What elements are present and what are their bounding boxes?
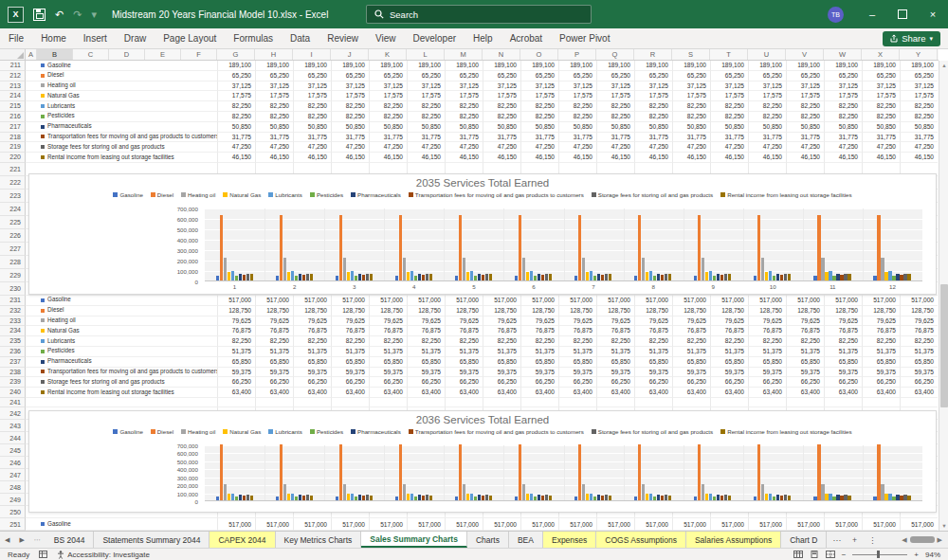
cell[interactable] [26, 316, 37, 327]
horizontal-scrollbar[interactable]: ◀ ▶ [902, 532, 948, 548]
cell[interactable]: 47,250 [596, 142, 634, 153]
column-header-H[interactable]: H [255, 49, 293, 60]
row-header-239[interactable]: 239 [0, 377, 26, 388]
cell[interactable]: 37,125 [293, 81, 331, 92]
cell[interactable]: 65,250 [558, 71, 596, 81]
cell[interactable] [26, 347, 37, 357]
cell[interactable]: 189,100 [862, 61, 900, 71]
cell[interactable]: 82,250 [596, 112, 634, 122]
cell[interactable]: 82,250 [369, 336, 407, 347]
cell[interactable]: 189,100 [672, 61, 710, 71]
cell[interactable] [520, 398, 558, 407]
cell[interactable]: 59,375 [331, 368, 369, 378]
cell[interactable]: 65,250 [634, 71, 672, 81]
cell[interactable]: 51,375 [862, 347, 900, 357]
row-label[interactable]: Transportation fees for moving oil and g… [37, 133, 217, 143]
cell[interactable] [26, 71, 37, 81]
cell[interactable]: 82,250 [445, 112, 483, 122]
column-header-J[interactable]: J [331, 49, 369, 60]
cell[interactable]: 82,250 [520, 112, 558, 122]
select-all-corner[interactable] [0, 49, 26, 60]
cell[interactable]: 50,850 [710, 122, 748, 133]
cell[interactable]: 17,575 [634, 91, 672, 101]
cell[interactable]: 59,375 [900, 368, 938, 378]
row-header-244[interactable]: 244 [0, 432, 26, 444]
cell[interactable]: 65,850 [520, 357, 558, 368]
cell[interactable]: 66,250 [862, 377, 900, 388]
cell[interactable]: 65,850 [255, 357, 293, 368]
cell[interactable]: 128,750 [407, 306, 445, 316]
sheet-tab-cogs-assumptions[interactable]: COGS Assumptions [596, 532, 686, 548]
redo-icon[interactable]: ↷ [73, 9, 82, 20]
cell[interactable]: 82,250 [520, 101, 558, 112]
cell[interactable]: 79,625 [596, 316, 634, 327]
cell[interactable]: 46,150 [710, 153, 748, 163]
cell[interactable]: 82,250 [672, 336, 710, 347]
cell[interactable]: 79,625 [407, 316, 445, 327]
cell[interactable]: 50,850 [748, 122, 786, 133]
cell[interactable]: 128,750 [786, 306, 824, 316]
cell[interactable]: 17,575 [483, 91, 520, 101]
row-header-241[interactable]: 241 [0, 398, 26, 407]
column-header-O[interactable]: O [520, 49, 558, 60]
cell[interactable]: 517,000 [483, 296, 520, 306]
cell[interactable]: 66,250 [407, 377, 445, 388]
cell[interactable]: 47,250 [672, 142, 710, 153]
cell[interactable]: 82,250 [748, 101, 786, 112]
cell[interactable]: 76,875 [748, 326, 786, 336]
row-header-212[interactable]: 212 [0, 71, 26, 81]
cell[interactable] [26, 112, 37, 122]
cell[interactable]: 63,400 [407, 388, 445, 398]
cell[interactable]: 128,750 [520, 306, 558, 316]
undo-icon[interactable]: ↶ [55, 9, 64, 20]
ribbon-tab-file[interactable]: File [0, 28, 32, 49]
cell[interactable]: 189,100 [900, 61, 938, 71]
cell[interactable]: 66,250 [369, 377, 407, 388]
row-label[interactable]: Rental income from leasing out storage f… [37, 388, 217, 398]
row-header-228[interactable]: 228 [0, 256, 26, 269]
cell[interactable]: 79,625 [862, 316, 900, 327]
cell[interactable]: 50,850 [293, 122, 331, 133]
cell[interactable] [445, 398, 483, 407]
cell[interactable]: 51,375 [483, 347, 520, 357]
column-header-M[interactable]: M [445, 49, 483, 60]
cell[interactable] [255, 398, 293, 407]
cell[interactable]: 517,000 [634, 518, 672, 531]
column-header-F[interactable]: F [181, 49, 217, 60]
cell[interactable]: 65,850 [824, 357, 862, 368]
cell[interactable]: 82,250 [634, 101, 672, 112]
cell[interactable]: 17,575 [596, 91, 634, 101]
cell[interactable]: 17,575 [445, 91, 483, 101]
cell[interactable]: 76,875 [824, 326, 862, 336]
row-header-247[interactable]: 247 [0, 469, 26, 481]
close-button[interactable]: × [918, 0, 948, 28]
cell[interactable]: 128,750 [331, 306, 369, 316]
hscroll-right-icon[interactable]: ▶ [938, 536, 942, 544]
cell[interactable]: 51,375 [786, 347, 824, 357]
cell[interactable]: 59,375 [862, 368, 900, 378]
row-header-221[interactable]: 221 [0, 163, 26, 176]
cell[interactable]: 66,250 [710, 377, 748, 388]
ribbon-tab-draw[interactable]: Draw [116, 28, 155, 49]
cell[interactable] [26, 153, 37, 163]
cell[interactable]: 82,250 [862, 112, 900, 122]
cell[interactable]: 51,375 [217, 347, 255, 357]
row-label[interactable]: Pesticides [37, 112, 217, 122]
cell[interactable]: 37,125 [862, 81, 900, 92]
column-header-U[interactable]: U [748, 49, 786, 60]
column-header-N[interactable]: N [483, 49, 520, 60]
cell[interactable]: 66,250 [672, 377, 710, 388]
row-label[interactable]: Diesel [37, 306, 217, 316]
cell[interactable]: 65,850 [710, 357, 748, 368]
cell[interactable]: 59,375 [293, 368, 331, 378]
cell[interactable]: 47,250 [407, 142, 445, 153]
cell[interactable] [407, 398, 445, 407]
cell[interactable]: 59,375 [445, 368, 483, 378]
cell[interactable]: 59,375 [710, 368, 748, 378]
row-label[interactable]: Natural Gas [37, 326, 217, 336]
row-header-240[interactable]: 240 [0, 388, 26, 398]
cell[interactable]: 59,375 [217, 368, 255, 378]
cell[interactable]: 65,850 [217, 357, 255, 368]
cell[interactable]: 31,775 [558, 133, 596, 143]
cell[interactable]: 46,150 [748, 153, 786, 163]
